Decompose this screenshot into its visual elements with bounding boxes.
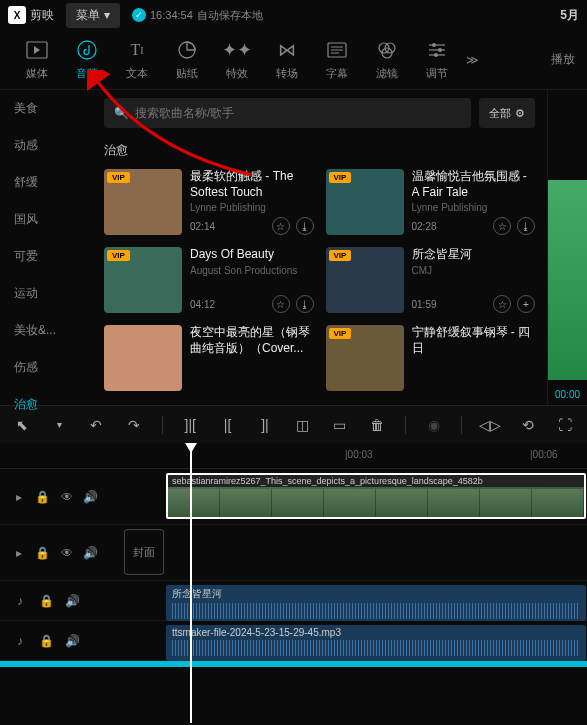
tab-label: 媒体 — [26, 66, 48, 81]
sidebar-item[interactable]: 动感 — [0, 127, 92, 164]
mute-icon[interactable]: 🔊 — [83, 545, 98, 561]
music-card[interactable]: VIP 最柔软的触感 - The Softest Touch Lynne Pub… — [104, 169, 314, 235]
filter-button[interactable]: 全部 ⚙ — [479, 98, 535, 128]
tab-label: 文本 — [126, 66, 148, 81]
mute-icon[interactable]: 🔊 — [64, 593, 80, 609]
clip-label: ttsmaker-file-2024-5-23-15-29-45.mp3 — [172, 627, 580, 638]
crop-tool[interactable]: ◫ — [293, 415, 312, 435]
svg-point-15 — [434, 53, 438, 57]
music-title: Days Of Beauty — [190, 247, 314, 263]
audio-clip[interactable]: 所念皆星河 — [166, 585, 586, 621]
lock-icon[interactable]: 🔒 — [38, 593, 54, 609]
check-icon: ✓ — [132, 8, 146, 22]
download-button[interactable]: ⭳ — [517, 217, 535, 235]
crop2-tool[interactable]: ⛶ — [556, 415, 575, 435]
video-clip[interactable]: sebastianramirez5267_This_scene_depicts_… — [166, 473, 586, 519]
music-thumbnail: VIP — [104, 247, 182, 313]
music-card[interactable]: VIP 宁静舒缓叙事钢琴 - 四日 — [326, 325, 536, 391]
autosave-text: 自动保存本地 — [197, 8, 263, 23]
download-button[interactable]: ⭳ — [296, 217, 314, 235]
sidebar-item[interactable]: 美妆&... — [0, 312, 92, 349]
mute-icon[interactable]: 🔊 — [64, 633, 80, 649]
sidebar-item[interactable]: 可爱 — [0, 238, 92, 275]
playhead[interactable] — [190, 443, 192, 723]
cover-button[interactable]: 封面 — [124, 529, 164, 575]
music-card[interactable]: VIP 温馨愉悦吉他氛围感 - A Fair Tale Lynne Publis… — [326, 169, 536, 235]
cursor-tool[interactable]: ⬉ — [12, 415, 31, 435]
music-thumbnail: VIP — [326, 247, 404, 313]
rotate-tool[interactable]: ⟲ — [518, 415, 537, 435]
redo-button[interactable]: ↷ — [124, 415, 143, 435]
favorite-button[interactable]: ☆ — [272, 295, 290, 313]
waveform — [172, 603, 580, 619]
rect-tool[interactable]: ▭ — [330, 415, 349, 435]
music-duration: 01:59 — [412, 299, 488, 310]
music-title: 最柔软的触感 - The Softest Touch — [190, 169, 314, 200]
preview-tab[interactable]: 播放 — [551, 51, 575, 68]
track-video-icon[interactable]: ▸ — [12, 489, 25, 505]
tabs-more-icon[interactable]: ≫ — [462, 53, 483, 67]
progress-bar — [0, 661, 587, 667]
search-input-wrap[interactable]: 🔍 — [104, 98, 471, 128]
favorite-button[interactable]: ☆ — [493, 295, 511, 313]
lock-icon[interactable]: 🔒 — [35, 489, 50, 505]
track-audio-icon[interactable]: ♪ — [12, 633, 28, 649]
split-tool[interactable]: ]|[ — [181, 415, 200, 435]
sidebar-item[interactable]: 伤感 — [0, 349, 92, 386]
chevron-down-icon[interactable]: ▾ — [49, 415, 68, 435]
music-artist: Lynne Publishing — [190, 202, 314, 213]
add-button[interactable]: + — [517, 295, 535, 313]
tab-subtitle[interactable]: 字幕 — [312, 38, 362, 81]
trim-right-tool[interactable]: ]| — [255, 415, 274, 435]
mirror-tool[interactable]: ◁▷ — [480, 415, 500, 435]
lock-icon[interactable]: 🔒 — [38, 633, 54, 649]
favorite-button[interactable]: ☆ — [493, 217, 511, 235]
search-input[interactable] — [135, 106, 461, 120]
tab-sticker[interactable]: 贴纸 — [162, 38, 212, 81]
tab-label: 特效 — [226, 66, 248, 81]
waveform — [172, 640, 580, 656]
delete-tool[interactable]: 🗑 — [367, 415, 386, 435]
music-title: 所念皆星河 — [412, 247, 536, 263]
tab-adjust[interactable]: 调节 — [412, 38, 462, 81]
tab-bar: 媒体 音频 TI 文本 贴纸 ✦✦ 特效 ⋈ 转场 字幕 滤镜 调节 ≫ 播放 — [0, 30, 587, 90]
music-thumbnail: VIP — [104, 169, 182, 235]
favorite-button[interactable]: ☆ — [272, 217, 290, 235]
sidebar-item[interactable]: 舒缓 — [0, 164, 92, 201]
music-title: 温馨愉悦吉他氛围感 - A Fair Tale — [412, 169, 536, 200]
lock-icon[interactable]: 🔒 — [35, 545, 50, 561]
mute-icon[interactable]: 🔊 — [83, 489, 98, 505]
sidebar-item[interactable]: 美食 — [0, 90, 92, 127]
music-card[interactable]: VIP 所念皆星河 CMJ 01:59 ☆ + — [326, 247, 536, 313]
timeline-ruler[interactable]: |00:03 |00:06 — [0, 443, 587, 469]
tab-label: 字幕 — [326, 66, 348, 81]
sidebar-item[interactable]: 运动 — [0, 275, 92, 312]
svg-point-1 — [78, 41, 96, 59]
menu-button[interactable]: 菜单 ▾ — [66, 3, 120, 28]
tab-filter[interactable]: 滤镜 — [362, 38, 412, 81]
audio-clip[interactable]: ttsmaker-file-2024-5-23-15-29-45.mp3 — [166, 625, 586, 661]
music-duration: 04:12 — [190, 299, 266, 310]
tab-transition[interactable]: ⋈ 转场 — [262, 38, 312, 81]
search-icon: 🔍 — [114, 106, 129, 120]
tab-effects[interactable]: ✦✦ 特效 — [212, 38, 262, 81]
music-card[interactable]: VIP Days Of Beauty August Son Production… — [104, 247, 314, 313]
record-tool[interactable]: ◉ — [424, 415, 443, 435]
track-audio-icon[interactable]: ♪ — [12, 593, 28, 609]
download-button[interactable]: ⭳ — [296, 295, 314, 313]
chevron-down-icon: ▾ — [104, 8, 110, 22]
music-thumbnail — [104, 325, 182, 391]
music-card[interactable]: 夜空中最亮的星（钢琴曲纯音版）（Cover... — [104, 325, 314, 391]
sidebar-item[interactable]: 国风 — [0, 201, 92, 238]
date-label: 5月 — [560, 7, 579, 24]
tab-audio[interactable]: 音频 — [62, 38, 112, 81]
audio-track: ♪ 🔒 🔊 ttsmaker-file-2024-5-23-15-29-45.m… — [0, 621, 587, 661]
track-video-icon[interactable]: ▸ — [12, 545, 25, 561]
tab-text[interactable]: TI 文本 — [112, 38, 162, 81]
tab-media[interactable]: 媒体 — [12, 38, 62, 81]
preview-image — [548, 180, 587, 380]
eye-icon[interactable]: 👁 — [60, 545, 73, 561]
eye-icon[interactable]: 👁 — [60, 489, 73, 505]
undo-button[interactable]: ↶ — [87, 415, 106, 435]
trim-left-tool[interactable]: |[ — [218, 415, 237, 435]
